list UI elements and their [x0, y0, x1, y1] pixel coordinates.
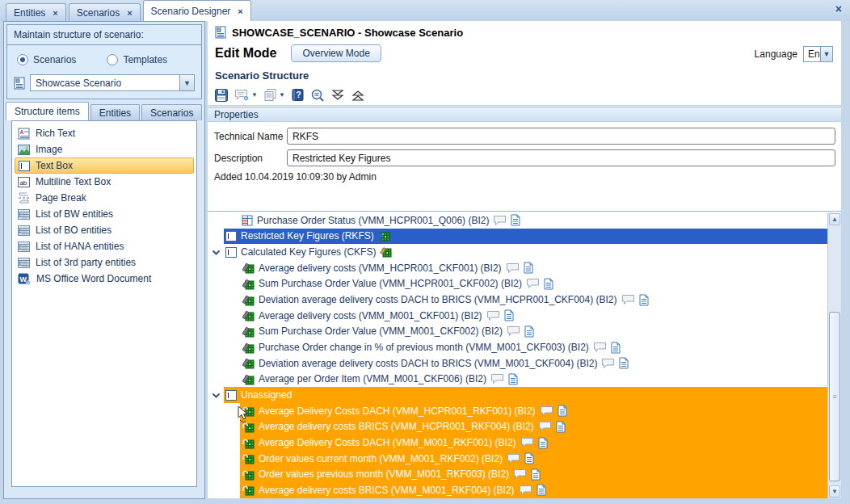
document-icon[interactable] [524, 262, 533, 274]
word-icon: W [18, 273, 31, 285]
scrollbar-thumb[interactable]: ≡ [829, 312, 840, 481]
sidebar-tab-scenarios[interactable]: Scenarios [141, 104, 202, 120]
close-icon[interactable]: × [238, 6, 242, 16]
ckf-small-icon[interactable] [380, 246, 392, 258]
comment-icon[interactable] [540, 405, 553, 417]
tree-row[interactable]: Average Delivery Costs DACH (VMM_HCPR001… [208, 403, 827, 419]
scrollbar-up-button[interactable]: ▲ [829, 213, 840, 225]
vertical-scrollbar[interactable]: ▲ ≡ ▼ [827, 212, 841, 498]
comment-icon[interactable] [490, 373, 504, 384]
comment-icon[interactable] [493, 215, 507, 226]
document-icon[interactable] [619, 357, 629, 369]
document-icon[interactable] [524, 326, 534, 338]
list-item[interactable]: List of HANA entities [15, 238, 194, 254]
comment-icon[interactable] [526, 278, 540, 289]
chevron-down-icon[interactable]: ▼ [820, 47, 832, 61]
tree-row[interactable]: Calculated Key Figures (CKFS) [208, 244, 827, 260]
radio-scenarios[interactable]: Scenarios [17, 54, 76, 65]
tab-label: Scenario Designer [151, 6, 231, 17]
tree-row[interactable]: Purchase Order change in % of previous m… [208, 339, 827, 355]
tree-row[interactable]: Sum Purchase Order Value (VMM_M001_CKF00… [208, 324, 827, 340]
comment-icon[interactable] [506, 262, 520, 274]
help-book-button[interactable]: ? [290, 87, 305, 103]
list-item[interactable]: Page Break [15, 190, 194, 206]
list-item-label: Image [36, 144, 62, 155]
comment-icon[interactable] [519, 485, 532, 496]
list-item[interactable]: abMultiline Text Box [15, 174, 194, 190]
properties-header: Properties [208, 107, 841, 122]
close-icon[interactable]: × [127, 8, 132, 18]
tree-row[interactable]: Restricted Key Figures (RKFS) [208, 229, 827, 245]
textbox-icon [225, 390, 237, 401]
language-value: En [804, 48, 820, 60]
list-item[interactable]: List of BW entities [15, 206, 194, 222]
comment-icon[interactable] [601, 358, 615, 369]
preview-magnifier-button[interactable] [309, 87, 326, 103]
tree-row[interactable]: Deviation average delivery costs DACH to… [208, 355, 827, 372]
comment-icon[interactable] [621, 294, 635, 305]
technical-name-input[interactable] [287, 128, 835, 145]
tree-row[interactable]: Average delivery costs (VMM_HCPR001_CKF0… [208, 260, 827, 276]
document-icon[interactable] [537, 484, 546, 496]
document-icon[interactable] [611, 342, 621, 354]
comment-add-button[interactable]: ▼ [234, 88, 259, 103]
language-select[interactable]: En ▼ [803, 46, 833, 62]
comment-icon[interactable] [593, 342, 607, 353]
copy-page-button[interactable]: ▼ [263, 87, 286, 103]
sidebar-tab-entities[interactable]: Entities [90, 104, 140, 120]
tree-row[interactable]: Order values previous month (VMM_M001_RK… [208, 467, 827, 483]
comment-icon[interactable] [486, 310, 500, 321]
window-close-icon[interactable]: × [835, 3, 842, 15]
list-item[interactable]: List of 3rd party entities [15, 254, 194, 271]
comment-icon[interactable] [538, 421, 552, 432]
radio-templates[interactable]: Templates [107, 54, 167, 65]
chevron-down-icon[interactable] [212, 392, 221, 399]
tree-row[interactable]: Purchase Order Status (VMM_HCPR001_Q006)… [208, 212, 827, 229]
tree-row[interactable]: Deviation average delivery costs DACH to… [208, 292, 827, 308]
document-icon[interactable] [511, 214, 520, 226]
document-icon[interactable] [558, 405, 567, 417]
list-item[interactable]: Image [15, 141, 194, 158]
scenario-select[interactable]: Showcase Scenario ▼ [30, 74, 195, 91]
comment-icon[interactable] [520, 437, 534, 448]
comment-icon[interactable] [507, 326, 520, 337]
description-input[interactable] [287, 149, 835, 166]
move-up-button[interactable] [350, 88, 366, 103]
list-item[interactable]: WMS Office Word Document [15, 271, 194, 287]
scrollbar-down-button[interactable]: ▼ [829, 485, 840, 498]
chevron-down-icon[interactable]: ▼ [251, 91, 258, 99]
document-icon[interactable] [639, 294, 649, 306]
overview-mode-button[interactable]: Overview Mode [291, 44, 381, 62]
list-item[interactable]: ARich Text [15, 125, 194, 141]
tree-row[interactable]: Unassigned [208, 387, 827, 403]
chevron-down-icon[interactable]: ▼ [279, 91, 285, 99]
tree-row[interactable]: Average Delivery Costs DACH (VMM_M001_RK… [208, 435, 827, 451]
tree-row[interactable]: Average delivery costs (VMM_M001_CKF001)… [208, 308, 827, 324]
save-button[interactable] [213, 87, 229, 103]
document-icon[interactable] [531, 468, 541, 481]
comment-icon[interactable] [507, 453, 520, 464]
document-icon[interactable] [538, 437, 548, 449]
tree-row[interactable]: Order values current month (VMM_M001_RKF… [208, 451, 827, 467]
tree-row[interactable]: Average delivery costs BRICS (VMM_HCPR00… [208, 419, 827, 435]
chevron-down-icon[interactable] [212, 249, 221, 256]
rkf-small-icon[interactable] [378, 231, 390, 242]
document-icon[interactable] [556, 421, 566, 433]
comment-icon[interactable] [513, 468, 527, 480]
tab-entities[interactable]: Entities× [6, 3, 66, 21]
tab-scenario-designer[interactable]: Scenario Designer× [143, 0, 251, 21]
tree-row[interactable]: Sum Purchase Order Value (VMM_HCPR001_CK… [208, 276, 827, 292]
tree-row[interactable]: Average delivery costs BRICS (VMM_M001_R… [208, 482, 827, 498]
document-icon[interactable] [544, 278, 553, 290]
close-icon[interactable]: × [53, 8, 57, 18]
document-icon[interactable] [504, 309, 514, 321]
tab-scenarios[interactable]: Scenarios× [69, 3, 141, 21]
move-down-button[interactable] [330, 88, 346, 103]
document-icon[interactable] [524, 452, 534, 464]
chevron-down-icon[interactable]: ▼ [179, 75, 194, 90]
tree-row[interactable]: Average per Order Item (VMM_M001_CKF006)… [208, 372, 827, 388]
list-item[interactable]: List of BO entities [15, 222, 194, 238]
sidebar-tab-structure-items[interactable]: Structure items [6, 102, 89, 120]
document-icon[interactable] [508, 373, 518, 385]
list-item[interactable]: Text Box [15, 158, 194, 174]
